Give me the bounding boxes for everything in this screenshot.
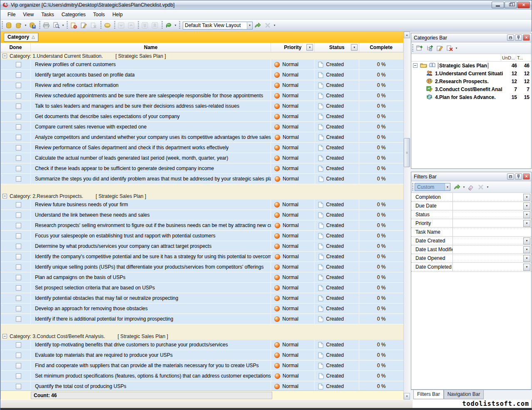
column-header-complete[interactable]: Complete [359,43,403,52]
table-row[interactable]: Review profiles of current customersNorm… [1,59,403,70]
category-group-row[interactable]: Category: 2.Research Prospects.[ Strateg… [1,193,403,200]
filter-preset-dropdown-icon[interactable]: ▼ [445,183,450,190]
table-row[interactable]: Compare current sales revenue with expec… [1,122,403,132]
table-row[interactable]: Get documents that describe sales expect… [1,111,403,122]
task-done-checkbox[interactable] [16,254,21,259]
filter-dropdown-icon[interactable]: ▼ [523,194,530,201]
table-row[interactable]: Quantify the total cost of producing USP… [1,381,403,390]
category-group-row[interactable]: Category: 1.Understand Current Situation… [1,52,403,59]
table-row[interactable]: Analyze competitors and understand wheth… [1,132,403,143]
task-done-checkbox[interactable] [16,202,21,207]
table-row[interactable]: Identify target accounts based on profil… [1,70,403,80]
filters-close-button[interactable]: ✕ [523,173,530,180]
open-database-dropdown-icon[interactable]: ▼ [24,24,27,27]
dock-tab-filters-bar[interactable]: Filters Bar [413,390,444,399]
column-header-done[interactable]: Done [1,43,31,52]
minimize-button[interactable] [492,2,504,8]
collapse-group-icon[interactable] [2,194,7,198]
task-done-checkbox[interactable] [16,316,21,322]
clear-filter-icon[interactable] [466,183,475,192]
new-subcategory-icon[interactable] [425,44,434,53]
task-done-checkbox[interactable] [16,223,21,228]
table-row[interactable]: Review and refine contact informationNor… [1,80,403,91]
task-done-checkbox[interactable] [16,114,21,119]
table-row[interactable]: Summarize the steps you did and identify… [1,174,403,184]
category-tree-item[interactable]: Strategic Sales Plan4646 [411,62,531,69]
menu-tools[interactable]: Tools [89,10,109,19]
filter-dropdown-icon[interactable]: ▼ [523,237,530,245]
task-done-checkbox[interactable] [16,244,21,249]
save-database-icon[interactable] [28,21,37,30]
filter-dropdown-icon[interactable]: ▼ [523,203,530,210]
status-filter-dropdown-icon[interactable]: ▼ [351,44,358,51]
task-done-checkbox[interactable] [16,275,21,280]
collapse-group-icon[interactable] [2,334,7,338]
table-row[interactable]: Plan ad campaigns on the basis of USPsNo… [1,272,403,283]
task-done-checkbox[interactable] [16,384,21,389]
new-database-icon[interactable] [4,21,13,30]
table-row[interactable]: Research prospects' selling environment … [1,220,403,231]
priority-filter-dropdown-icon[interactable]: ▼ [306,44,313,51]
apply-filter-icon[interactable] [452,183,462,192]
layout-combo-dropdown-icon[interactable]: ▼ [247,22,252,29]
task-done-checkbox[interactable] [16,353,21,358]
categories-close-button[interactable]: ✕ [523,35,530,41]
filter-dropdown-icon[interactable]: ▼ [523,255,530,262]
delete-category-icon[interactable] [445,44,454,53]
categories-restore-button[interactable] [507,35,514,41]
table-row[interactable]: Review future business needs of your fir… [1,200,403,210]
layout-combo[interactable]: Default Task View Layout ▼ [183,22,253,30]
tree-column-total[interactable]: T... [516,54,531,61]
category-tree-item[interactable]: 1.Understand Current Situati1212 [411,69,531,77]
category-tree-item[interactable]: 2.Research Prospects.1212 [411,77,531,85]
table-row[interactable]: Identify if there is additional potentia… [1,314,403,324]
tree-column-undone[interactable]: UnD... [501,54,516,61]
delete-filter-icon[interactable] [476,183,485,192]
scrollbar-track[interactable]: ≡ [404,38,410,393]
filters-toolbar-overflow-icon[interactable]: ▼ [486,186,490,188]
open-database-icon[interactable] [14,21,23,30]
table-row[interactable]: Identify the company's competitive poten… [1,252,403,262]
task-done-checkbox[interactable] [16,72,21,78]
menu-help[interactable]: Help [109,10,127,19]
table-row[interactable]: Develop an approach for removing those o… [1,304,403,314]
menu-categories[interactable]: Categories [58,10,89,19]
categories-toolbar-overflow-icon[interactable]: ▼ [455,47,458,49]
table-row[interactable]: Review performance of Sales department a… [1,143,403,153]
task-done-checkbox[interactable] [16,93,21,99]
table-row[interactable]: Review scheduled appointments and be sur… [1,91,403,101]
print-icon[interactable] [42,21,51,30]
task-done-checkbox[interactable] [16,264,21,270]
grid-vertical-scrollbar[interactable]: ▲ ≡ ▼ [403,32,410,400]
dock-tab-navigation-bar[interactable]: Navigation Bar [444,390,484,399]
complete-task-icon[interactable] [103,21,112,30]
new-category-icon[interactable] [415,44,424,53]
table-row[interactable]: Focus your salespeople on establishing t… [1,231,403,241]
table-row[interactable]: Set minimum product specifications (feat… [1,371,403,381]
category-tree-item[interactable]: 3.Conduct Cost/Benefit Anal77 [411,85,531,93]
close-button[interactable]: ✕ [517,2,530,8]
task-done-checkbox[interactable] [16,62,21,67]
print-preview-icon[interactable] [52,21,61,30]
task-done-checkbox[interactable] [16,124,21,130]
task-done-checkbox[interactable] [16,363,21,368]
task-done-checkbox[interactable] [16,104,21,109]
filter-dropdown-icon[interactable]: ▼ [523,246,530,253]
task-done-checkbox[interactable] [16,83,21,88]
column-header-priority[interactable]: Priority ▼ [271,43,315,52]
table-row[interactable]: Find and cooperate with suppliers that c… [1,361,403,371]
table-row[interactable]: Identify top-motivating benefits that dr… [1,340,403,350]
column-header-name[interactable]: Name [31,43,271,52]
table-row[interactable]: Check if these leads appear to be suffic… [1,163,403,174]
menu-tasks[interactable]: Tasks [37,10,58,19]
category-tree-item[interactable]: 4.Plan for Sales Advance.1515 [411,93,531,101]
table-row[interactable]: Identify potential obstacles that may fa… [1,293,403,304]
category-group-row[interactable]: Category: 3.Conduct Cost/Benefit Analysi… [1,333,403,340]
table-row[interactable]: Understand the link between these needs … [1,210,403,220]
collapse-tree-icon[interactable] [413,63,418,68]
table-row[interactable]: Calculate the actual number of leads gen… [1,153,403,163]
new-task-icon[interactable] [69,21,78,30]
task-done-checkbox[interactable] [16,373,21,379]
task-done-checkbox[interactable] [16,135,21,140]
restore-button[interactable] [505,2,517,8]
